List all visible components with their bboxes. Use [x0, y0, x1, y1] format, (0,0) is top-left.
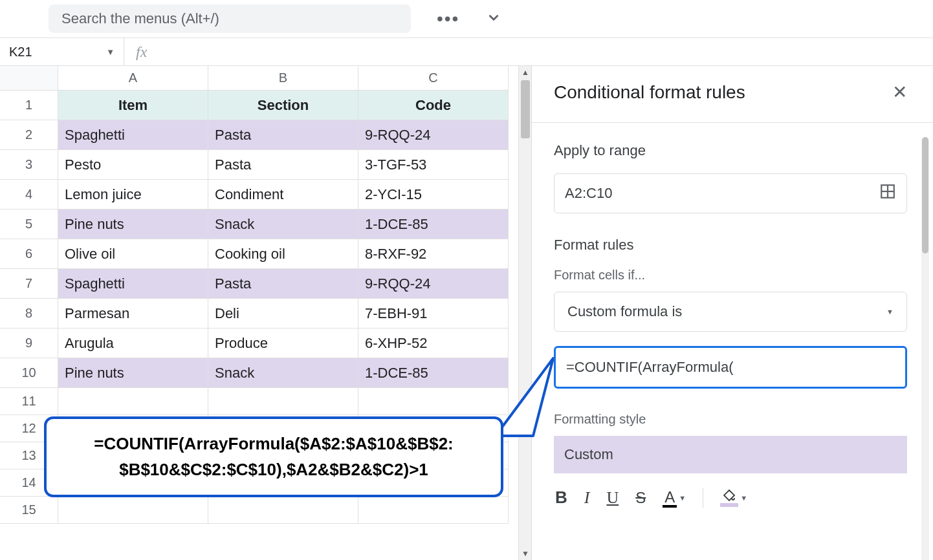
style-preview-text: Custom — [564, 446, 613, 463]
select-range-icon[interactable] — [879, 183, 896, 204]
fill-color-button[interactable]: ▼ — [720, 489, 747, 507]
row-header[interactable]: 2 — [0, 120, 58, 150]
conditional-format-panel: Conditional format rules ✕ Apply to rang… — [532, 66, 933, 560]
table-cell[interactable]: 6-XHP-52 — [358, 328, 509, 358]
table-cell[interactable]: Spaghetti — [58, 269, 208, 299]
format-cells-if-label: Format cells if... — [554, 268, 907, 283]
row-header[interactable]: 9 — [0, 328, 58, 358]
table-cell[interactable]: Pine nuts — [58, 210, 208, 239]
panel-scrollbar-thumb[interactable] — [922, 137, 928, 253]
formula-callout: =COUNTIF(ArrayFormula($A$2:$A$10&$B$2: $… — [44, 416, 503, 497]
row-header[interactable]: 8 — [0, 299, 58, 328]
chevron-down-icon: ▼ — [886, 308, 894, 316]
callout-line1: =COUNTIF(ArrayFormula($A$2:$A$10&$B$2: — [56, 431, 492, 457]
strikethrough-button[interactable]: S — [635, 489, 646, 507]
table-cell[interactable]: Arugula — [58, 328, 208, 358]
table-cell[interactable]: 9-RQQ-24 — [358, 269, 509, 299]
table-cell[interactable]: Deli — [208, 299, 358, 328]
toolbar-collapse-icon[interactable] — [485, 9, 502, 28]
table-header-cell[interactable]: Code — [358, 91, 509, 120]
table-cell[interactable]: Produce — [208, 328, 358, 358]
name-box-dropdown-icon[interactable]: ▼ — [106, 47, 115, 57]
table-cell[interactable]: 7-EBH-91 — [358, 299, 509, 328]
row-header[interactable]: 15 — [0, 497, 58, 524]
table-cell[interactable] — [208, 497, 358, 524]
table-cell[interactable] — [208, 388, 358, 415]
panel-divider — [532, 122, 933, 123]
table-cell[interactable] — [58, 497, 208, 524]
callout-line2: $B$10&$C$2:$C$10),$A2&$B2&$C2)>1 — [56, 457, 492, 482]
formula-bar-input[interactable] — [159, 38, 933, 65]
formatting-style-label: Formatting style — [554, 412, 907, 427]
table-header-cell[interactable]: Item — [58, 91, 208, 120]
table-cell[interactable]: Pasta — [208, 120, 358, 150]
condition-select[interactable]: Custom formula is ▼ — [554, 292, 907, 332]
column-header[interactable]: A — [58, 66, 208, 91]
close-icon[interactable]: ✕ — [892, 81, 907, 103]
name-box[interactable]: K21 ▼ — [0, 38, 124, 65]
table-cell[interactable]: 1-DCE-85 — [358, 210, 509, 239]
format-rules-label: Format rules — [554, 237, 907, 253]
table-cell[interactable] — [358, 497, 509, 524]
table-cell[interactable]: Spaghetti — [58, 120, 208, 150]
table-cell[interactable]: Parmesan — [58, 299, 208, 328]
panel-title: Conditional format rules — [554, 82, 745, 103]
scrollbar-thumb[interactable] — [521, 80, 530, 138]
table-cell[interactable]: Pasta — [208, 150, 358, 180]
scroll-up-arrow-icon[interactable]: ▲ — [519, 66, 532, 79]
row-header[interactable]: 1 — [0, 91, 58, 120]
table-cell[interactable] — [58, 388, 208, 415]
table-cell[interactable]: 2-YCI-15 — [358, 180, 509, 210]
table-cell[interactable]: 1-DCE-85 — [358, 358, 509, 388]
table-cell[interactable]: Lemon juice — [58, 180, 208, 210]
row-header[interactable]: 7 — [0, 269, 58, 299]
underline-button[interactable]: U — [606, 488, 619, 508]
fx-icon: fx — [124, 43, 159, 61]
italic-button[interactable]: I — [584, 488, 590, 508]
table-cell[interactable] — [358, 388, 509, 415]
toolbar-separator — [703, 488, 703, 508]
menu-search-input[interactable]: Search the menus (Alt+/) — [49, 5, 411, 33]
panel-scrollbar[interactable] — [921, 137, 929, 560]
table-cell[interactable]: Pasta — [208, 269, 358, 299]
row-header[interactable]: 4 — [0, 180, 58, 210]
scroll-down-arrow-icon[interactable]: ▼ — [519, 547, 532, 560]
table-cell[interactable]: 8-RXF-92 — [358, 239, 509, 269]
row-header[interactable]: 3 — [0, 150, 58, 180]
name-box-value: K21 — [9, 45, 32, 59]
row-header[interactable]: 11 — [0, 388, 58, 415]
custom-formula-value: =COUNTIF(ArrayFormula( — [566, 359, 734, 376]
apply-to-range-input[interactable]: A2:C10 — [554, 173, 907, 213]
table-cell[interactable]: Snack — [208, 210, 358, 239]
text-color-button[interactable]: A ▼ — [663, 488, 686, 508]
more-options-icon[interactable]: ••• — [437, 8, 459, 29]
row-header[interactable]: 5 — [0, 210, 58, 239]
table-cell[interactable]: Pine nuts — [58, 358, 208, 388]
column-header[interactable]: B — [208, 66, 358, 91]
style-preview[interactable]: Custom — [554, 436, 907, 473]
condition-selected-value: Custom formula is — [567, 303, 682, 320]
row-header[interactable]: 6 — [0, 239, 58, 269]
table-cell[interactable]: Cooking oil — [208, 239, 358, 269]
format-toolbar: B I U S A ▼ ▼ — [554, 485, 907, 510]
grid-corner[interactable] — [0, 66, 58, 91]
table-cell[interactable]: 3-TGF-53 — [358, 150, 509, 180]
apply-to-range-label: Apply to range — [554, 142, 907, 159]
vertical-scrollbar[interactable]: ▲ ▼ — [518, 66, 531, 560]
spreadsheet-grid[interactable]: ABC1ItemSectionCode2SpaghettiPasta9-RQQ-… — [0, 66, 532, 560]
bold-button[interactable]: B — [555, 488, 567, 508]
column-header[interactable]: C — [358, 66, 509, 91]
table-cell[interactable]: 9-RQQ-24 — [358, 120, 509, 150]
search-placeholder: Search the menus (Alt+/) — [61, 10, 219, 27]
table-cell[interactable]: Olive oil — [58, 239, 208, 269]
table-header-cell[interactable]: Section — [208, 91, 358, 120]
range-value: A2:C10 — [565, 185, 612, 202]
row-header[interactable]: 10 — [0, 358, 58, 388]
table-cell[interactable]: Snack — [208, 358, 358, 388]
table-cell[interactable]: Pesto — [58, 150, 208, 180]
custom-formula-input[interactable]: =COUNTIF(ArrayFormula( — [554, 346, 907, 389]
table-cell[interactable]: Condiment — [208, 180, 358, 210]
